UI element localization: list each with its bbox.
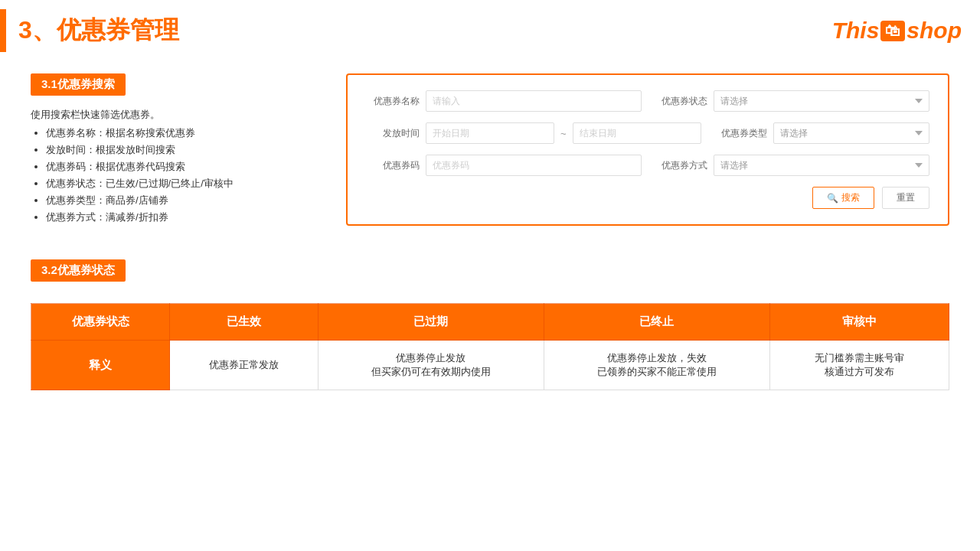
col-header-active: 已生效 xyxy=(170,304,318,341)
form-col-status: 优惠券状态 请选择 已生效 已过期 已终止 审核中 xyxy=(654,90,929,112)
form-col-code: 优惠券码 xyxy=(366,155,642,176)
bullet-5: 优惠券类型：商品券/店铺券 xyxy=(46,194,322,207)
cell-expired-line1: 优惠券停止发放 xyxy=(396,352,466,364)
name-input[interactable] xyxy=(426,90,642,112)
search-form-panel: 优惠券名称 优惠券状态 请选择 已生效 已过期 已终止 审核中 xyxy=(346,73,949,226)
method-select[interactable]: 请选择 满减券 折扣券 xyxy=(714,155,929,176)
section-3-2: 3.2优惠券状态 优惠券状态 已生效 已过期 已终止 审核中 释义 优惠券正常发… xyxy=(31,259,949,390)
bullet-2: 发放时间：根据发放时间搜索 xyxy=(46,143,322,157)
method-label: 优惠券方式 xyxy=(654,159,707,172)
table-row: 释义 优惠券正常发放 优惠券停止发放 但买家仍可在有效期内使用 优惠券停止发放，… xyxy=(31,341,949,390)
cell-terminated-line2: 已领券的买家不能正常使用 xyxy=(597,366,717,377)
name-label: 优惠券名称 xyxy=(366,95,420,108)
form-col-type: 优惠券类型 请选择 商品券 店铺券 xyxy=(714,122,929,144)
section-3-1-description: 3.1优惠券搜索 使用搜索栏快速筛选优惠券。 优惠券名称：根据名称搜索优惠券 发… xyxy=(31,73,322,232)
col-header-label: 优惠券状态 xyxy=(31,304,170,341)
time-start-input[interactable] xyxy=(426,122,554,144)
form-btn-row: 🔍 搜索 重置 xyxy=(366,187,929,209)
col-header-terminated: 已终止 xyxy=(544,304,769,341)
bullet-1: 优惠券名称：根据名称搜索优惠券 xyxy=(46,126,322,140)
code-input[interactable] xyxy=(426,155,642,176)
status-table: 优惠券状态 已生效 已过期 已终止 审核中 释义 优惠券正常发放 优惠券停止发放… xyxy=(31,303,949,390)
status-label: 优惠券状态 xyxy=(654,95,707,108)
reset-button[interactable]: 重置 xyxy=(882,187,929,209)
logo: This 🛍 shop xyxy=(832,18,962,44)
cell-active: 优惠券正常发放 xyxy=(170,341,318,390)
type-label: 优惠券类型 xyxy=(714,127,767,140)
main-content: 3.1优惠券搜索 使用搜索栏快速筛选优惠券。 优惠券名称：根据名称搜索优惠券 发… xyxy=(0,61,980,403)
search-button[interactable]: 🔍 搜索 xyxy=(812,187,874,209)
page-title-area: 3、优惠券管理 xyxy=(0,9,179,52)
bullet-3: 优惠券码：根据优惠券代码搜索 xyxy=(46,160,322,174)
time-end-input[interactable] xyxy=(573,122,701,144)
type-select[interactable]: 请选择 商品券 店铺券 xyxy=(773,122,929,144)
section-3-2-header: 3.2优惠券状态 xyxy=(31,259,126,282)
bullet-6: 优惠券方式：满减券/折扣券 xyxy=(46,210,322,224)
search-description: 使用搜索栏快速筛选优惠券。 优惠券名称：根据名称搜索优惠券 发放时间：根据发放时… xyxy=(31,108,322,224)
search-icon: 🔍 xyxy=(827,193,838,204)
cell-terminated: 优惠券停止发放，失效 已领券的买家不能正常使用 xyxy=(544,341,769,390)
form-col-method: 优惠券方式 请选择 满减券 折扣券 xyxy=(654,155,929,176)
form-row-3: 优惠券码 优惠券方式 请选择 满减券 折扣券 xyxy=(366,155,929,176)
time-label: 发放时间 xyxy=(366,127,420,140)
form-row-1: 优惠券名称 优惠券状态 请选择 已生效 已过期 已终止 审核中 xyxy=(366,90,929,112)
form-row-2: 发放时间 ~ 优惠券类型 请选择 商品券 店铺券 xyxy=(366,122,929,144)
bullet-4: 优惠券状态：已生效/已过期/已终止/审核中 xyxy=(46,177,322,191)
desc-intro: 使用搜索栏快速筛选优惠券。 xyxy=(31,108,322,122)
row-label: 释义 xyxy=(31,341,170,390)
logo-this: This xyxy=(832,18,880,44)
accent-bar xyxy=(0,9,6,52)
section-3-1-header: 3.1优惠券搜索 xyxy=(31,73,126,96)
cell-pending-line1: 无门槛券需主账号审 xyxy=(815,352,904,364)
page-title: 3、优惠券管理 xyxy=(18,14,179,47)
cell-pending-line2: 核通过方可发布 xyxy=(825,366,894,377)
table-header-row: 优惠券状态 已生效 已过期 已终止 审核中 xyxy=(31,304,949,341)
logo-bag-icon: 🛍 xyxy=(880,21,905,41)
desc-bullets: 优惠券名称：根据名称搜索优惠券 发放时间：根据发放时间搜索 优惠券码：根据优惠券… xyxy=(31,126,322,224)
cell-active-text: 优惠券正常发放 xyxy=(209,359,279,370)
col-header-expired: 已过期 xyxy=(318,304,544,341)
page-header: 3、优惠券管理 This 🛍 shop xyxy=(0,0,980,61)
search-button-label: 搜索 xyxy=(841,191,860,204)
col-header-pending: 审核中 xyxy=(769,304,949,341)
status-select[interactable]: 请选择 已生效 已过期 已终止 审核中 xyxy=(714,90,929,112)
form-col-name: 优惠券名称 xyxy=(366,90,642,112)
date-sep: ~ xyxy=(560,128,567,139)
code-label: 优惠券码 xyxy=(366,159,420,172)
cell-pending: 无门槛券需主账号审 核通过方可发布 xyxy=(769,341,949,390)
section-3-1: 3.1优惠券搜索 使用搜索栏快速筛选优惠券。 优惠券名称：根据名称搜索优惠券 发… xyxy=(31,73,949,232)
cell-expired-line2: 但买家仍可在有效期内使用 xyxy=(371,366,491,377)
cell-terminated-line1: 优惠券停止发放，失效 xyxy=(607,352,707,364)
form-col-time: 发放时间 ~ xyxy=(366,122,701,144)
reset-button-label: 重置 xyxy=(897,192,915,203)
logo-shop: shop xyxy=(906,18,962,44)
cell-expired: 优惠券停止发放 但买家仍可在有效期内使用 xyxy=(318,341,544,390)
